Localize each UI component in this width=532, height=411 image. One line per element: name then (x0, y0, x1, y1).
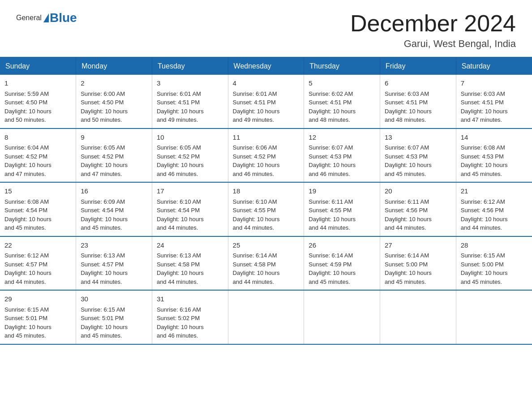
calendar-cell: 29 Sunrise: 6:15 AMSunset: 5:01 PMDaylig… (0, 290, 76, 344)
weekday-header-saturday: Saturday (456, 57, 532, 75)
calendar-cell: 17 Sunrise: 6:10 AMSunset: 4:54 PMDaylig… (152, 182, 228, 236)
calendar-cell: 8 Sunrise: 6:04 AMSunset: 4:52 PMDayligh… (0, 128, 76, 183)
day-number: 6 (385, 78, 451, 89)
day-number: 10 (157, 133, 223, 143)
day-number: 28 (461, 240, 528, 251)
calendar-week-row: 8 Sunrise: 6:04 AMSunset: 4:52 PMDayligh… (0, 128, 532, 183)
calendar-cell: 1 Sunrise: 5:59 AMSunset: 4:50 PMDayligh… (0, 75, 76, 128)
day-number: 18 (233, 186, 300, 197)
calendar-cell (228, 290, 304, 344)
calendar-body: 1 Sunrise: 5:59 AMSunset: 4:50 PMDayligh… (0, 75, 532, 344)
title-area: December 2024 Garui, West Bengal, India (350, 11, 516, 50)
day-number: 14 (461, 133, 528, 143)
day-number: 19 (309, 186, 375, 197)
day-number: 1 (4, 78, 71, 89)
calendar-cell (456, 290, 532, 344)
day-number: 21 (461, 186, 528, 197)
day-info: Sunrise: 6:00 AMSunset: 4:50 PMDaylight:… (81, 90, 128, 124)
day-number: 26 (309, 240, 375, 251)
day-info: Sunrise: 6:08 AMSunset: 4:53 PMDaylight:… (461, 144, 508, 177)
day-number: 11 (233, 133, 300, 143)
day-number: 7 (461, 78, 528, 89)
calendar-cell: 26 Sunrise: 6:14 AMSunset: 4:59 PMDaylig… (304, 236, 380, 291)
weekday-header-monday: Monday (76, 57, 152, 75)
day-info: Sunrise: 6:11 AMSunset: 4:55 PMDaylight:… (309, 198, 356, 231)
calendar-cell: 28 Sunrise: 6:15 AMSunset: 5:00 PMDaylig… (456, 236, 532, 291)
day-info: Sunrise: 6:02 AMSunset: 4:51 PMDaylight:… (309, 90, 356, 124)
day-number: 9 (81, 133, 147, 143)
day-number: 25 (233, 240, 300, 251)
day-info: Sunrise: 6:10 AMSunset: 4:54 PMDaylight:… (157, 198, 204, 231)
day-info: Sunrise: 6:12 AMSunset: 4:57 PMDaylight:… (4, 252, 51, 285)
day-info: Sunrise: 6:14 AMSunset: 4:59 PMDaylight:… (309, 252, 356, 285)
day-number: 30 (81, 294, 147, 304)
calendar-cell (380, 290, 456, 344)
day-info: Sunrise: 6:10 AMSunset: 4:55 PMDaylight:… (233, 198, 280, 231)
day-info: Sunrise: 6:05 AMSunset: 4:52 PMDaylight:… (81, 144, 128, 177)
page-subtitle: Garui, West Bengal, India (350, 38, 516, 50)
day-info: Sunrise: 6:07 AMSunset: 4:53 PMDaylight:… (385, 144, 432, 177)
calendar-cell: 6 Sunrise: 6:03 AMSunset: 4:51 PMDayligh… (380, 75, 456, 128)
day-number: 31 (157, 294, 223, 304)
day-info: Sunrise: 6:15 AMSunset: 5:01 PMDaylight:… (81, 306, 128, 339)
calendar-cell: 7 Sunrise: 6:03 AMSunset: 4:51 PMDayligh… (456, 75, 532, 128)
day-number: 20 (385, 186, 451, 197)
day-number: 4 (233, 78, 300, 89)
day-number: 12 (309, 133, 375, 143)
calendar-cell: 21 Sunrise: 6:12 AMSunset: 4:56 PMDaylig… (456, 182, 532, 236)
weekday-header-sunday: Sunday (0, 57, 76, 75)
day-info: Sunrise: 6:06 AMSunset: 4:52 PMDaylight:… (233, 144, 280, 177)
calendar-cell: 20 Sunrise: 6:11 AMSunset: 4:56 PMDaylig… (380, 182, 456, 236)
page-title: December 2024 (350, 11, 516, 36)
logo-triangle-icon (43, 13, 49, 22)
calendar-cell: 31 Sunrise: 6:16 AMSunset: 5:02 PMDaylig… (152, 290, 228, 344)
day-info: Sunrise: 6:14 AMSunset: 5:00 PMDaylight:… (385, 252, 432, 285)
calendar-cell: 15 Sunrise: 6:08 AMSunset: 4:54 PMDaylig… (0, 182, 76, 236)
day-info: Sunrise: 6:13 AMSunset: 4:58 PMDaylight:… (157, 252, 204, 285)
calendar-cell: 9 Sunrise: 6:05 AMSunset: 4:52 PMDayligh… (76, 128, 152, 183)
calendar-header: SundayMondayTuesdayWednesdayThursdayFrid… (0, 57, 532, 75)
weekday-header-tuesday: Tuesday (152, 57, 228, 75)
day-info: Sunrise: 6:05 AMSunset: 4:52 PMDaylight:… (157, 144, 204, 177)
day-number: 13 (385, 133, 451, 143)
calendar-cell: 14 Sunrise: 6:08 AMSunset: 4:53 PMDaylig… (456, 128, 532, 183)
day-number: 17 (157, 186, 223, 197)
day-number: 5 (309, 78, 375, 89)
day-info: Sunrise: 6:08 AMSunset: 4:54 PMDaylight:… (4, 198, 51, 231)
day-number: 16 (81, 186, 147, 197)
calendar-week-row: 1 Sunrise: 5:59 AMSunset: 4:50 PMDayligh… (0, 75, 532, 128)
day-info: Sunrise: 6:01 AMSunset: 4:51 PMDaylight:… (233, 90, 280, 124)
calendar-week-row: 15 Sunrise: 6:08 AMSunset: 4:54 PMDaylig… (0, 182, 532, 236)
day-info: Sunrise: 6:16 AMSunset: 5:02 PMDaylight:… (157, 306, 204, 339)
day-info: Sunrise: 6:01 AMSunset: 4:51 PMDaylight:… (157, 90, 204, 124)
weekday-header-friday: Friday (380, 57, 456, 75)
calendar-cell: 11 Sunrise: 6:06 AMSunset: 4:52 PMDaylig… (228, 128, 304, 183)
day-number: 29 (4, 294, 71, 304)
weekday-header-thursday: Thursday (304, 57, 380, 75)
calendar-cell: 2 Sunrise: 6:00 AMSunset: 4:50 PMDayligh… (76, 75, 152, 128)
day-info: Sunrise: 6:13 AMSunset: 4:57 PMDaylight:… (81, 252, 128, 285)
day-number: 2 (81, 78, 147, 89)
calendar-cell: 13 Sunrise: 6:07 AMSunset: 4:53 PMDaylig… (380, 128, 456, 183)
day-number: 23 (81, 240, 147, 251)
day-number: 3 (157, 78, 223, 89)
calendar-cell: 25 Sunrise: 6:14 AMSunset: 4:58 PMDaylig… (228, 236, 304, 291)
calendar-cell: 19 Sunrise: 6:11 AMSunset: 4:55 PMDaylig… (304, 182, 380, 236)
day-number: 8 (4, 133, 71, 143)
day-number: 27 (385, 240, 451, 251)
calendar-cell: 10 Sunrise: 6:05 AMSunset: 4:52 PMDaylig… (152, 128, 228, 183)
day-info: Sunrise: 6:14 AMSunset: 4:58 PMDaylight:… (233, 252, 280, 285)
page-header: General Blue December 2024 Garui, West B… (0, 0, 532, 57)
calendar-week-row: 29 Sunrise: 6:15 AMSunset: 5:01 PMDaylig… (0, 290, 532, 344)
logo-area: General Blue (16, 11, 77, 25)
day-number: 22 (4, 240, 71, 251)
day-info: Sunrise: 6:03 AMSunset: 4:51 PMDaylight:… (461, 90, 508, 124)
day-info: Sunrise: 6:07 AMSunset: 4:53 PMDaylight:… (309, 144, 356, 177)
calendar-cell: 30 Sunrise: 6:15 AMSunset: 5:01 PMDaylig… (76, 290, 152, 344)
day-info: Sunrise: 6:15 AMSunset: 5:00 PMDaylight:… (461, 252, 508, 285)
calendar-cell (304, 290, 380, 344)
calendar-cell: 3 Sunrise: 6:01 AMSunset: 4:51 PMDayligh… (152, 75, 228, 128)
day-info: Sunrise: 6:11 AMSunset: 4:56 PMDaylight:… (385, 198, 432, 231)
logo-general-text: General (16, 14, 42, 22)
calendar-table: SundayMondayTuesdayWednesdayThursdayFrid… (0, 57, 532, 345)
